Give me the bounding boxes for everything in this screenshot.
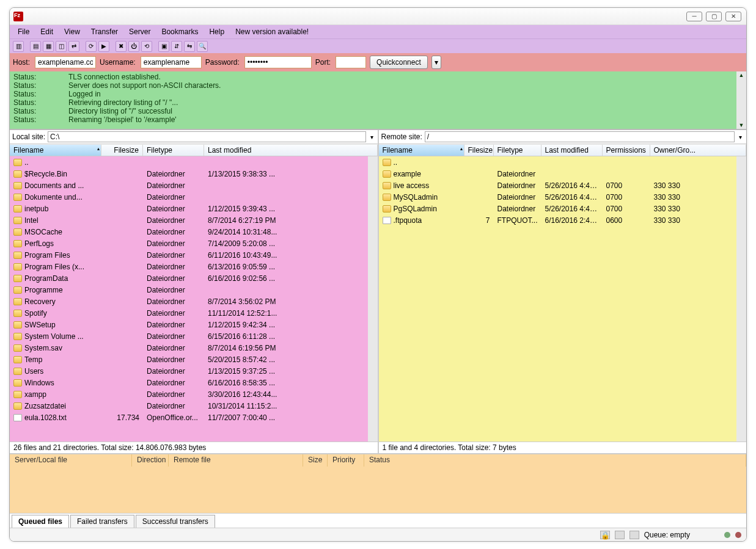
remote-file-list[interactable]: ..exampleDateiordnerlive accessDateiordn… xyxy=(379,156,737,442)
menu-edit[interactable]: Edit xyxy=(35,26,58,37)
list-item[interactable]: .. xyxy=(10,156,368,168)
remote-path-dropdown[interactable]: ▾ xyxy=(737,134,744,140)
tb-toggletree-icon[interactable]: ▦ xyxy=(43,41,54,52)
tb-togglelog-icon[interactable]: ▤ xyxy=(30,41,41,52)
quickconnect-button[interactable]: Quickconnect xyxy=(370,56,428,69)
col-filesize[interactable]: Filesize xyxy=(101,145,143,156)
quickconnect-dropdown[interactable]: ▾ xyxy=(431,56,441,69)
list-item[interactable]: UsersDateiordner1/13/2015 9:37:25 ... xyxy=(10,365,368,377)
list-item[interactable]: Program FilesDateiordner6/11/2016 10:43:… xyxy=(10,249,368,261)
tb-sync-icon[interactable]: ⇄ xyxy=(68,41,79,52)
folder-icon xyxy=(13,182,22,189)
list-item[interactable]: live accessDateiordner5/26/2016 4:43:...… xyxy=(379,180,737,191)
list-item[interactable]: ProgramDataDateiordner6/16/2016 9:02:56 … xyxy=(10,272,368,284)
list-item[interactable]: eula.1028.txt17.734OpenOffice.or...11/7/… xyxy=(10,412,368,423)
rcol-filesize[interactable]: Filesize xyxy=(464,145,494,156)
qcol-remote[interactable]: Remote file xyxy=(169,454,303,467)
list-item[interactable]: ProgrammeDateiordner xyxy=(10,284,368,296)
qcol-status[interactable]: Status xyxy=(364,454,746,467)
rcol-modified[interactable]: Last modified xyxy=(541,145,603,156)
list-item[interactable]: WindowsDateiordner6/16/2016 8:58:35 ... xyxy=(10,377,368,388)
tb-sitemanager-icon[interactable]: ▥ xyxy=(13,41,24,52)
list-item[interactable]: exampleDateiordner xyxy=(379,168,737,180)
qcol-size[interactable]: Size xyxy=(303,454,328,467)
local-file-list[interactable]: ..$Recycle.BinDateiordner1/13/2015 9:38:… xyxy=(10,156,368,442)
rcol-filetype[interactable]: Filetype xyxy=(494,145,541,156)
rcol-filename[interactable]: Filename xyxy=(379,145,464,156)
tb-togglequeue-icon[interactable]: ◫ xyxy=(56,41,67,52)
menu-view[interactable]: View xyxy=(59,26,85,37)
list-item[interactable]: PgSQLadminDateiordner5/26/2016 4:43:...0… xyxy=(379,203,737,214)
col-filetype[interactable]: Filetype xyxy=(143,145,204,156)
list-item[interactable]: RecoveryDateiordner8/7/2014 3:56:02 PM xyxy=(10,296,368,307)
maximize-button[interactable]: ▢ xyxy=(706,12,722,21)
port-input[interactable] xyxy=(336,56,366,68)
list-item[interactable]: SWSetupDateiordner1/12/2015 9:42:34 ... xyxy=(10,319,368,330)
log-scrollbar[interactable]: ▲▼ xyxy=(736,71,746,129)
list-item[interactable]: System.savDateiordner8/7/2014 6:19:56 PM xyxy=(10,342,368,354)
queue-body[interactable] xyxy=(10,467,746,513)
menu-help[interactable]: Help xyxy=(204,26,229,37)
menu-server[interactable]: Server xyxy=(124,26,155,37)
folder-icon xyxy=(383,182,391,189)
tab-failed[interactable]: Failed transfers xyxy=(70,515,134,528)
statusbar: 🔒 Queue: empty xyxy=(10,528,746,541)
rcol-owner[interactable]: Owner/Gro... xyxy=(650,145,747,156)
list-item[interactable]: .ftpquota7FTPQUOT...6/16/2016 2:49:...06… xyxy=(379,214,737,226)
qcol-priority[interactable]: Priority xyxy=(328,454,364,467)
tb-compare-icon[interactable]: ⇵ xyxy=(171,41,182,52)
local-path-dropdown[interactable]: ▾ xyxy=(369,134,375,140)
remote-scrollbar[interactable] xyxy=(736,156,746,442)
list-item[interactable]: MSOCacheDateiordner9/24/2014 10:31:48... xyxy=(10,226,368,238)
text-icon xyxy=(615,531,625,539)
log-message: TLS connection established. xyxy=(68,73,161,81)
list-item[interactable]: .. xyxy=(379,156,737,168)
remote-path-input[interactable] xyxy=(425,131,735,142)
list-item[interactable]: inetpubDateiordner1/12/2015 9:39:43 ... xyxy=(10,203,368,214)
tb-processqueue-icon[interactable]: ▶ xyxy=(98,41,109,52)
menu-file[interactable]: File xyxy=(13,26,34,37)
local-columns: Filename Filesize Filetype Last modified xyxy=(10,144,378,156)
qcol-server[interactable]: Server/Local file xyxy=(10,454,132,467)
list-item[interactable]: MySQLadminDateiordner5/26/2016 4:43:...0… xyxy=(379,191,737,203)
local-path-input[interactable] xyxy=(48,131,365,142)
tb-disconnect-icon[interactable]: ⏻ xyxy=(128,41,139,52)
rcol-permissions[interactable]: Permissions xyxy=(603,145,650,156)
tb-filter-icon[interactable]: ▣ xyxy=(158,41,169,52)
menu-bookmarks[interactable]: Bookmarks xyxy=(156,26,203,37)
tab-success[interactable]: Successful transfers xyxy=(136,515,215,528)
tb-refresh-icon[interactable]: ⟳ xyxy=(86,41,97,52)
tab-queued[interactable]: Queued files xyxy=(12,515,69,528)
list-item[interactable]: SpotifyDateiordner11/11/2014 12:52:1... xyxy=(10,307,368,319)
close-button[interactable]: ✕ xyxy=(725,12,741,21)
list-item[interactable]: System Volume ...Dateiordner6/15/2016 6:… xyxy=(10,330,368,342)
indicator-recv-icon xyxy=(735,532,741,538)
list-item[interactable]: IntelDateiordner8/7/2014 6:27:19 PM xyxy=(10,214,368,226)
tb-search-icon[interactable]: 🔍 xyxy=(197,41,208,52)
menu-transfer[interactable]: Transfer xyxy=(86,26,123,37)
minimize-button[interactable]: ─ xyxy=(686,12,702,21)
tb-syncbrowse-icon[interactable]: ⇆ xyxy=(184,41,195,52)
list-item[interactable]: Program Files (x...Dateiordner6/13/2016 … xyxy=(10,261,368,272)
tb-reconnect-icon[interactable]: ⟲ xyxy=(141,41,152,52)
log-message: Directory listing of "/" successful xyxy=(68,107,172,115)
list-item[interactable]: ZuzsatzdateiDateiordner10/31/2014 11:15:… xyxy=(10,400,368,412)
menu-new-version[interactable]: New version available! xyxy=(230,26,314,37)
filezilla-icon xyxy=(13,12,23,21)
remote-pane: Remote site: ▾ Filename Filesize Filetyp… xyxy=(379,130,747,453)
host-input[interactable] xyxy=(35,56,96,68)
pass-input[interactable] xyxy=(244,56,312,68)
list-item[interactable]: Documents and ...Dateiordner xyxy=(10,180,368,191)
local-scrollbar[interactable] xyxy=(368,156,378,442)
col-filename[interactable]: Filename xyxy=(10,145,101,156)
keyboard-icon xyxy=(629,531,639,539)
tb-cancel-icon[interactable]: ✖ xyxy=(116,41,127,52)
qcol-direction[interactable]: Direction xyxy=(132,454,169,467)
list-item[interactable]: PerfLogsDateiordner7/14/2009 5:20:08 ... xyxy=(10,238,368,249)
col-modified[interactable]: Last modified xyxy=(204,145,378,156)
list-item[interactable]: TempDateiordner5/20/2015 8:57:42 ... xyxy=(10,354,368,365)
list-item[interactable]: Dokumente und...Dateiordner xyxy=(10,191,368,203)
list-item[interactable]: xamppDateiordner3/30/2016 12:43:44... xyxy=(10,388,368,400)
user-input[interactable] xyxy=(141,56,202,68)
list-item[interactable]: $Recycle.BinDateiordner1/13/2015 9:38:33… xyxy=(10,168,368,180)
